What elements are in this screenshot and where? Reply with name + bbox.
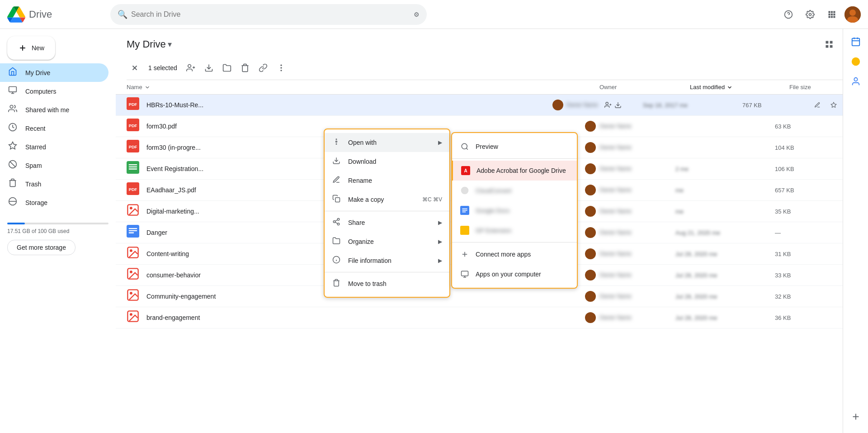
submenu-gp-extension[interactable]: GP Extension (452, 220, 577, 240)
ctx-share[interactable]: Share ▶ (325, 213, 449, 232)
logo: Drive (7, 5, 107, 24)
file-owner-avatar-img (552, 100, 563, 110)
file-modified: me (675, 208, 775, 215)
submenu-connect-apps[interactable]: Connect more apps (452, 244, 577, 264)
file-owner-name: Owner Name (599, 293, 632, 300)
ctx-organize[interactable]: Organize ▶ (325, 232, 449, 251)
search-icon: 🔍 (118, 10, 127, 19)
sidebar-item-trash[interactable]: Trash (0, 175, 108, 193)
ctx-make-copy[interactable]: Make a copy ⌘C ⌘V (325, 190, 449, 209)
delete-button[interactable] (237, 60, 253, 76)
submenu-cloudconvert[interactable]: CloudConvert (452, 181, 577, 200)
add-person-button[interactable] (183, 60, 199, 76)
file-owner-avatar (585, 121, 596, 132)
clear-selection-button[interactable] (127, 60, 143, 76)
svg-point-108 (462, 143, 467, 149)
ctx-open-with[interactable]: Open with ▶ Preview A (325, 133, 449, 152)
move-to-folder-button[interactable] (219, 60, 235, 76)
filter-icon[interactable]: ⚙ (414, 11, 420, 18)
file-size: 767 KB (742, 102, 810, 109)
search-input[interactable] (131, 10, 410, 19)
file-owner: Owner Name (585, 163, 675, 174)
context-menu: Open with ▶ Preview A (324, 128, 450, 298)
sidebar-item-computers[interactable]: Computers (0, 82, 108, 100)
svg-point-106 (336, 139, 337, 140)
search-bar[interactable]: 🔍 ⚙ (110, 4, 427, 25)
submenu-adobe[interactable]: A Adobe Acrobat for Google Drive (452, 161, 577, 181)
ctx-move-trash[interactable]: Move to trash (325, 274, 449, 293)
ctx-rename[interactable]: Rename (325, 171, 449, 190)
file-size: 63 KB (775, 123, 843, 130)
col-header-modified[interactable]: Last modified (690, 84, 789, 90)
contacts-icon (851, 76, 861, 86)
svg-point-107 (336, 144, 337, 145)
svg-rect-11 (833, 16, 835, 18)
submenu-google-docs[interactable]: Google Docs (452, 200, 577, 220)
file-size: 32 KB (775, 293, 843, 300)
submenu-preview[interactable]: Preview (452, 137, 577, 157)
shared-icon (7, 104, 18, 115)
file-row[interactable]: Community-engagement Owner Name Jul 28, … (116, 286, 868, 307)
tasks-panel-btn[interactable] (847, 52, 865, 71)
sidebar-label-storage: Storage (25, 199, 47, 206)
svg-rect-5 (833, 11, 835, 13)
selected-count: 1 selected (148, 64, 177, 71)
sidebar-item-storage[interactable]: Storage (0, 193, 108, 212)
file-name: brand-engagement (146, 314, 585, 321)
user-avatar[interactable] (844, 6, 861, 23)
svg-rect-10 (831, 16, 833, 18)
svg-point-127 (337, 223, 340, 225)
add-panel-btn[interactable] (847, 408, 865, 426)
file-owner-name: Owner Name (599, 144, 632, 151)
help-button[interactable] (779, 5, 797, 24)
svg-rect-115 (462, 210, 467, 211)
file-owner-name: Owner Name (599, 229, 632, 236)
sidebar-item-spam[interactable]: Spam (0, 156, 108, 175)
help-icon (784, 10, 793, 19)
file-owner: Owner Name (552, 100, 643, 110)
sidebar: New My Drive Computers (0, 29, 116, 433)
file-modified: Sep 18, 2017 me (643, 102, 742, 109)
svg-point-40 (280, 70, 282, 71)
file-size: — (775, 229, 843, 236)
trash-icon (241, 63, 250, 72)
file-row[interactable]: PDF HBRs-10-Must-Re... Owner Name Sep 18… (116, 95, 868, 116)
sidebar-item-starred[interactable]: Starred (0, 138, 108, 156)
settings-button[interactable] (801, 5, 819, 24)
submenu-apps-computer[interactable]: Apps on your computer (452, 264, 577, 284)
info-arrow-icon: ▶ (438, 257, 442, 264)
breadcrumb-dropdown-icon[interactable]: ▾ (168, 39, 172, 49)
svg-point-101 (130, 314, 132, 315)
download-icon (204, 63, 213, 72)
ctx-download[interactable]: Download (325, 152, 449, 171)
download-button[interactable] (201, 60, 217, 76)
get-more-storage-button[interactable]: Get more storage (7, 240, 75, 255)
sidebar-item-recent[interactable]: Recent (0, 119, 108, 138)
submenu: Preview A Adobe Acrobat for Google Drive (451, 132, 578, 289)
file-owner-name: Owner Name (599, 187, 632, 193)
submenu-google-docs-label: Google Docs (476, 207, 509, 214)
svg-point-86 (130, 250, 132, 252)
starred-icon (7, 141, 18, 152)
svg-point-20 (10, 105, 13, 109)
calendar-panel-btn[interactable] (847, 33, 865, 51)
apps-button[interactable] (823, 5, 841, 24)
more-icon (277, 63, 286, 72)
more-options-button[interactable] (273, 60, 289, 76)
sidebar-item-shared[interactable]: Shared with me (0, 100, 108, 119)
sidebar-item-my-drive[interactable]: My Drive (0, 63, 108, 82)
sort-down-active-icon (726, 84, 733, 90)
ctx-file-info[interactable]: File information ▶ (325, 251, 449, 270)
ctx-trash-icon (332, 279, 341, 289)
submenu-adobe-label: Adobe Acrobat for Google Drive (476, 167, 566, 174)
grid-view-button[interactable] (821, 36, 837, 52)
svg-rect-8 (833, 13, 835, 15)
link-button[interactable] (255, 60, 271, 76)
file-star-btn[interactable] (826, 98, 841, 112)
svg-point-34 (188, 65, 191, 68)
file-row[interactable]: brand-engagement Owner Name Jul 28, 2020… (116, 307, 868, 328)
contacts-panel-btn[interactable] (847, 72, 865, 90)
col-header-name[interactable]: Name (127, 84, 599, 90)
file-edit-btn[interactable] (810, 98, 825, 112)
new-button[interactable]: New (7, 36, 55, 60)
